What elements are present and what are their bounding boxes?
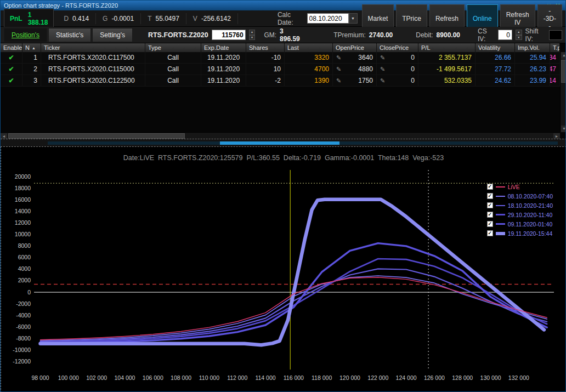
legend-checkbox[interactable]: ✓ xyxy=(487,193,493,199)
col-header-p-l[interactable]: P/L xyxy=(418,43,476,52)
legend-checkbox[interactable]: ✓ xyxy=(487,230,493,236)
tab-position-s[interactable]: Position's xyxy=(4,28,47,42)
x-tick-label: 122 000 xyxy=(367,374,388,381)
strategy-chart[interactable]: 2000018000160001400012000100008000600040… xyxy=(2,166,565,385)
table-vscrollbar-thumb[interactable] xyxy=(561,60,566,83)
greek-label: T xyxy=(148,15,151,22)
price-stepper-down[interactable]: ▼ xyxy=(249,35,256,41)
legend-line-sample xyxy=(496,214,505,215)
edit-pencil-icon[interactable]: ✎ xyxy=(336,66,341,73)
calc-date-dropdown-button[interactable]: ▼ xyxy=(349,13,358,24)
chart-panel: Date:LiVE RTS.FORTS.Z2020:125579 P/L:360… xyxy=(1,146,566,392)
scroll-up-arrow-icon[interactable]: ▲ xyxy=(561,52,566,59)
calc-date-input[interactable] xyxy=(307,13,349,24)
col-header-closeprice[interactable]: ClosePrice xyxy=(377,43,418,52)
openprice-cell: ✎4880 xyxy=(333,64,377,75)
x-tick-label: 132 000 xyxy=(508,374,529,381)
greek-g: G-0.0001 xyxy=(96,13,141,24)
edit-pencil-icon[interactable]: ✎ xyxy=(380,54,385,61)
table-row[interactable]: ✔2RTS.FORTS.X2020.C115000Call19.11.20201… xyxy=(1,64,560,75)
price-stepper-up[interactable]: ▲ xyxy=(249,30,256,35)
legend-label: 09.11.2020-01:40 xyxy=(508,221,553,228)
col-header-exp-date[interactable]: Exp.Date xyxy=(201,43,246,52)
enable-cell[interactable]: ✔ xyxy=(1,64,22,75)
csiv-stepper-down[interactable]: ▼ xyxy=(516,35,522,41)
closeprice-cell: ✎0 xyxy=(377,75,418,86)
closeprice-cell-value: 0 xyxy=(411,65,415,73)
tab-statistic-s[interactable]: Statistic's xyxy=(48,28,91,42)
col-header-imp-vol[interactable]: Imp.Vol. xyxy=(515,43,550,52)
col-header-ticker[interactable]: Ticker xyxy=(41,43,145,52)
table-vscrollbar[interactable]: ▲ ▼ xyxy=(560,52,566,132)
edit-pencil-icon[interactable]: ✎ xyxy=(336,77,341,84)
legend-checkbox[interactable]: ✓ xyxy=(487,184,493,190)
openprice-cell-value: 1750 xyxy=(358,77,373,84)
col-header-last[interactable]: Last xyxy=(285,43,333,52)
col-header-openprice[interactable]: OpenPrice xyxy=(333,43,377,52)
legend-line-sample xyxy=(496,205,505,206)
tpr-cell: 34 xyxy=(550,52,560,63)
legend-line-sample xyxy=(496,186,505,188)
type-cell: Call xyxy=(145,52,201,63)
chart-hscrollbar-thumb[interactable] xyxy=(220,141,339,145)
col-header-shares[interactable]: Shares xyxy=(246,43,285,52)
edit-pencil-icon[interactable]: ✎ xyxy=(336,54,341,61)
legend-checkbox[interactable]: ✓ xyxy=(487,202,493,208)
y-tick-label: 14000 xyxy=(15,208,31,214)
view-tabs: Position'sStatistic'sSetting's xyxy=(4,28,133,42)
table-hscrollbar[interactable]: ◄ ► xyxy=(1,132,560,139)
calc-date-combo: ▼ xyxy=(307,13,358,24)
csiv-input[interactable] xyxy=(498,30,512,40)
legend-checkbox[interactable]: ✓ xyxy=(487,212,493,218)
enabled-check-icon[interactable]: ✔ xyxy=(8,77,14,84)
openprice-cell-value: 4880 xyxy=(358,65,373,73)
csiv-stepper-up[interactable]: ▲ xyxy=(516,30,522,35)
table-row[interactable]: ✔1RTS.FORTS.X2020.C117500Call19.11.2020-… xyxy=(1,52,560,64)
table-row[interactable]: ✔3RTS.FORTS.X2020.C122500Call19.11.2020-… xyxy=(1,75,560,87)
edit-pencil-icon[interactable]: ✎ xyxy=(380,77,385,84)
greek-value: -256.6142 xyxy=(201,15,231,22)
instrument-label: RTS.FORTS.Z2020 xyxy=(148,31,208,39)
tab-setting-s[interactable]: Setting's xyxy=(92,28,133,42)
tpremium-label: TPremium: xyxy=(333,31,366,39)
gm-label: GM: xyxy=(264,31,276,39)
enabled-check-icon[interactable]: ✔ xyxy=(8,54,14,61)
last-cell: 4700 xyxy=(285,64,333,75)
table-header-row: EnableN▲TickerTypeExp.DateSharesLastOpen… xyxy=(1,43,560,52)
col-header-enable[interactable]: Enable xyxy=(1,43,22,52)
col-header-type[interactable]: Type xyxy=(145,43,201,52)
shares-cell: -10 xyxy=(246,52,285,63)
enable-cell[interactable]: ✔ xyxy=(1,52,22,63)
x-tick-label: 98 000 xyxy=(31,374,49,381)
option-chart-strategy-window: Option chart strategy - RTS.FORTS.Z2020 … xyxy=(0,0,566,392)
col-header-t-pr[interactable]: T.pr xyxy=(550,43,560,52)
series-19-11-2020-15-44 xyxy=(41,200,545,345)
n-cell: 3 xyxy=(22,75,41,86)
legend-label: 19.11.2020-15:44 xyxy=(508,230,553,237)
impvol-cell: 25.94 xyxy=(515,52,550,63)
legend-line-sample xyxy=(496,196,505,197)
enable-cell[interactable]: ✔ xyxy=(1,75,22,86)
ticker-cell: RTS.FORTS.X2020.C117500 xyxy=(41,52,145,63)
y-tick-label: 6000 xyxy=(18,254,31,260)
col-header-n[interactable]: N▲ xyxy=(22,43,41,52)
col-header-volatility[interactable]: Volatility xyxy=(476,43,515,52)
x-tick-label: 110 000 xyxy=(199,374,219,381)
y-tick-label: 8000 xyxy=(18,242,31,249)
edit-pencil-icon[interactable]: ✎ xyxy=(380,66,385,73)
greek-t: T55.0497 xyxy=(141,13,186,24)
x-tick-label: 104 000 xyxy=(114,374,135,381)
table-hscrollbar-thumb[interactable] xyxy=(8,133,185,139)
tpr-cell: 47 xyxy=(550,64,560,75)
legend-checkbox[interactable]: ✓ xyxy=(487,221,493,227)
y-tick-label: -6000 xyxy=(16,323,31,330)
x-tick-label: 114 000 xyxy=(255,374,275,381)
scroll-down-arrow-icon[interactable]: ▼ xyxy=(561,126,566,132)
price-input[interactable] xyxy=(212,30,246,40)
shiftiv-input[interactable] xyxy=(549,30,562,40)
csiv-stepper: ▲ ▼ xyxy=(516,30,522,40)
last-cell: 1390 xyxy=(285,75,333,86)
enabled-check-icon[interactable]: ✔ xyxy=(8,65,14,73)
x-tick-label: 130 000 xyxy=(480,374,501,381)
chart-title: Date:LiVE RTS.FORTS.Z2020:125579 P/L:360… xyxy=(1,147,566,162)
